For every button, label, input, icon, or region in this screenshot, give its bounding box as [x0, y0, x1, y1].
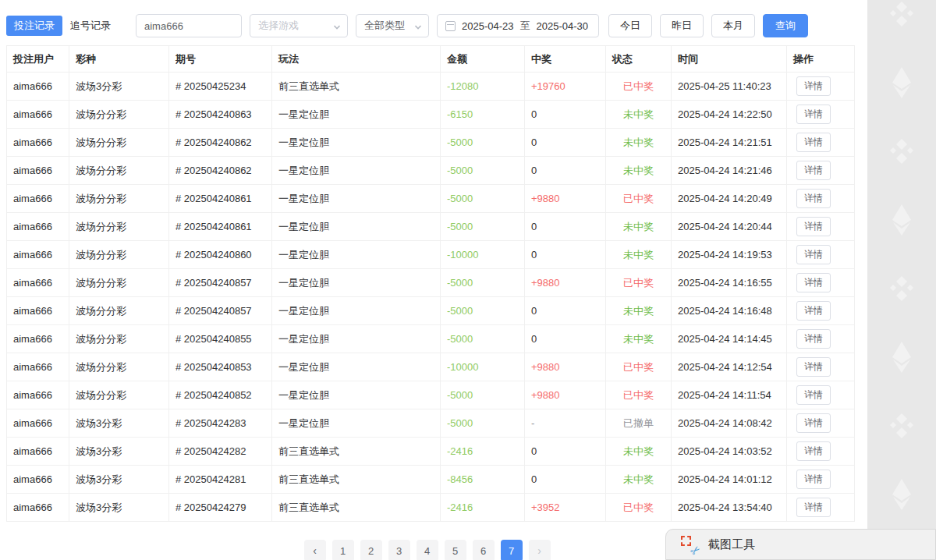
cell-win: +3952 [525, 494, 606, 522]
cell-play: 一星定位胆 [272, 381, 441, 409]
cell-lottery: 波场分分彩 [69, 241, 169, 269]
table-row: aima666 波场分分彩 # 202504240860 一星定位胆 -1000… [7, 241, 855, 269]
page-number-button[interactable]: 2 [360, 540, 382, 560]
next-page-button[interactable]: › [529, 540, 551, 560]
detail-button[interactable]: 详情 [796, 217, 831, 236]
detail-button[interactable]: 详情 [796, 133, 831, 152]
cell-lottery: 波场分分彩 [69, 101, 169, 129]
record-tab[interactable]: 追号记录 [62, 16, 119, 36]
cell-lottery: 波场分分彩 [69, 269, 169, 297]
username-input[interactable] [136, 14, 242, 37]
cell-time: 2025-04-24 14:14:45 [672, 325, 787, 353]
page-number-button[interactable]: 3 [388, 540, 410, 560]
chevron-down-icon [414, 22, 422, 30]
crypto-watermark-icon [887, 48, 916, 117]
table-row: aima666 波场分分彩 # 202504240862 一星定位胆 -5000… [7, 157, 855, 185]
status-badge: 已中奖 [606, 185, 672, 213]
date-range-picker[interactable]: 2025-04-23 至 2025-04-30 [437, 14, 599, 37]
cell-win: +9880 [525, 269, 606, 297]
cell-time: 2025-04-24 14:03:52 [672, 438, 787, 466]
page-number-button[interactable]: 1 [332, 540, 354, 560]
cell-time: 2025-04-24 14:16:55 [672, 269, 787, 297]
cell-action: 详情 [787, 297, 855, 325]
prev-page-button[interactable]: ‹ [304, 540, 326, 560]
ethereum-icon [887, 203, 916, 237]
cell-amount: -5000 [441, 325, 525, 353]
ethereum-icon [887, 340, 916, 374]
cell-play: 一星定位胆 [272, 269, 441, 297]
cell-amount: -5000 [441, 409, 525, 438]
crypto-watermark-icon [887, 460, 916, 529]
detail-button[interactable]: 详情 [796, 76, 831, 96]
detail-button[interactable]: 详情 [796, 301, 831, 321]
date-start: 2025-04-23 [462, 20, 514, 32]
cell-amount: -5000 [441, 213, 525, 241]
crypto-watermark-icon [887, 186, 916, 254]
detail-button[interactable]: 详情 [796, 273, 831, 292]
cell-play: 一星定位胆 [272, 353, 441, 381]
cell-action: 详情 [787, 466, 855, 494]
cell-time: 2025-04-24 14:21:51 [672, 129, 787, 157]
query-button[interactable]: 查询 [763, 14, 808, 37]
detail-button[interactable]: 详情 [796, 385, 831, 405]
detail-button[interactable]: 详情 [796, 470, 831, 489]
col-header-issue: 期号 [169, 46, 272, 73]
cell-amount: -5000 [441, 129, 525, 157]
status-badge: 未中奖 [606, 466, 672, 494]
detail-button[interactable]: 详情 [796, 329, 831, 349]
status-badge: 未中奖 [606, 101, 672, 129]
cell-amount: -10000 [441, 353, 525, 381]
cell-win: 0 [525, 297, 606, 325]
page-number-button[interactable]: 4 [417, 540, 438, 560]
crypto-watermark-icon [887, 392, 916, 460]
detail-button[interactable]: 详情 [796, 161, 831, 180]
page-number-button[interactable]: 7 [501, 540, 523, 560]
detail-button[interactable]: 详情 [796, 357, 831, 377]
table-row: aima666 波场分分彩 # 202504240852 一星定位胆 -5000… [7, 381, 855, 409]
screenshot-tool-widget[interactable]: ✂ 截图工具 [665, 529, 936, 560]
detail-button[interactable]: 详情 [796, 413, 831, 433]
cell-issue: # 20250424279 [169, 494, 272, 522]
cell-user: aima666 [7, 129, 69, 157]
detail-button[interactable]: 详情 [796, 441, 831, 461]
cell-action: 详情 [787, 381, 855, 409]
detail-button[interactable]: 详情 [796, 498, 831, 517]
cell-play: 一星定位胆 [272, 185, 441, 213]
cell-user: aima666 [7, 297, 69, 325]
page-number-button[interactable]: 5 [445, 540, 466, 560]
cell-user: aima666 [7, 269, 69, 297]
cell-win: 0 [525, 157, 606, 185]
cell-user: aima666 [7, 101, 69, 129]
cell-play: 前三直选单式 [272, 438, 441, 466]
cell-win: 0 [525, 101, 606, 129]
detail-button[interactable]: 详情 [796, 189, 831, 208]
cell-user: aima666 [7, 213, 69, 241]
status-badge: 已中奖 [606, 353, 672, 381]
cell-win: 0 [525, 325, 606, 353]
cell-win: - [525, 409, 606, 438]
detail-button[interactable]: 详情 [796, 245, 831, 264]
status-badge: 已中奖 [606, 269, 672, 297]
detail-button[interactable]: 详情 [796, 105, 831, 124]
chevron-down-icon [333, 22, 341, 30]
quick-range-button[interactable]: 本月 [711, 14, 755, 37]
cell-play: 一星定位胆 [272, 157, 441, 185]
cell-action: 详情 [787, 409, 855, 438]
screenshot-tool-label: 截图工具 [708, 537, 755, 552]
cell-win: +9880 [525, 353, 606, 381]
quick-range-button[interactable]: 昨日 [660, 14, 704, 37]
page-number-button[interactable]: 6 [473, 540, 495, 560]
game-select[interactable]: 选择游戏 [250, 14, 348, 37]
type-select[interactable]: 全部类型 [356, 14, 429, 37]
cell-issue: # 202504240860 [169, 241, 272, 269]
cell-issue: # 202504240857 [169, 269, 272, 297]
cell-issue: # 202504240862 [169, 157, 272, 185]
cell-issue: # 202504240857 [169, 297, 272, 325]
cell-user: aima666 [7, 381, 69, 409]
cell-action: 详情 [787, 213, 855, 241]
status-badge: 已中奖 [606, 494, 672, 522]
cell-issue: # 20250424282 [169, 438, 272, 466]
record-tab[interactable]: 投注记录 [6, 16, 62, 36]
quick-range-button[interactable]: 今日 [608, 14, 652, 37]
status-badge: 已中奖 [606, 381, 672, 409]
